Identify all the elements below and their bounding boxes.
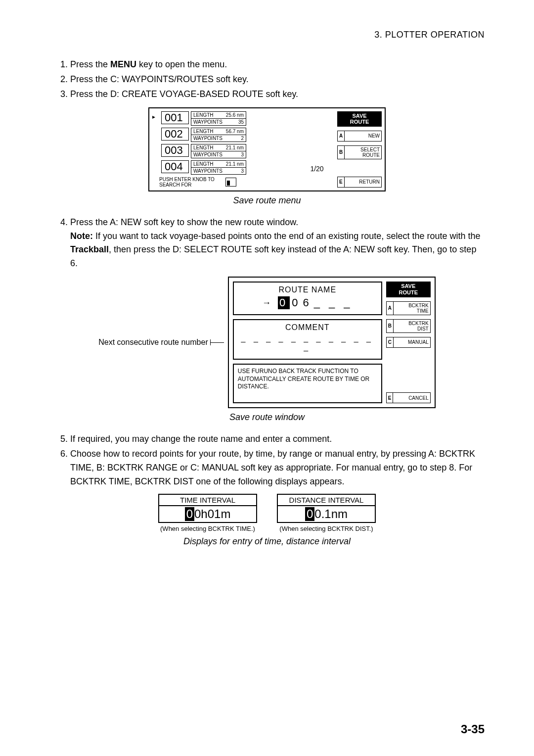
search-input[interactable] xyxy=(225,178,236,187)
note-text-2: , then press the D: SELECT ROUTE soft ke… xyxy=(70,244,476,268)
softkey-label: BCKTRKDIST xyxy=(394,320,430,332)
figure-caption: Displays for entry of time, distance int… xyxy=(49,536,485,547)
length-value: 21.1 nm xyxy=(226,161,244,167)
softkey-label: BCKTRKTIME xyxy=(394,302,430,315)
panel-title: SAVE ROUTE xyxy=(386,282,431,297)
time-interval-note: (When selecting BCKTRK TIME.) xyxy=(160,525,255,532)
time-val-rest: 0h01m xyxy=(194,507,230,520)
step-6: Choose how to record points for your rou… xyxy=(70,447,485,489)
figure-caption: Save route menu xyxy=(49,195,485,206)
step-1-a: Press the xyxy=(70,59,110,69)
step-3: Press the D: CREATE VOYAGE-BASED ROUTE s… xyxy=(70,88,485,101)
step-4-text: Press the A: NEW soft key to show the ne… xyxy=(70,217,298,227)
distance-interval-value[interactable]: 00.1nm xyxy=(277,505,376,523)
softkey-label: NEW xyxy=(345,131,381,141)
step-5: If required, you may change the route na… xyxy=(70,432,485,446)
route-entry[interactable]: 002 LENGTH56.7 nm WAYPOINTS2 xyxy=(152,128,297,142)
selection-arrow-icon xyxy=(152,160,159,175)
annotation-next-route-number: Next consecutive route number xyxy=(98,338,223,347)
cursor-icon xyxy=(227,181,230,186)
save-route-window-screen: ROUTE NAME → 0 0 6 _ _ _ COMMENT _ _ _ _… xyxy=(228,277,436,408)
step-4: Press the A: NEW soft key to show the ne… xyxy=(70,216,485,271)
softkey-b-bcktrk-dist[interactable]: B BCKTRKDIST xyxy=(386,319,431,333)
softkey-column: SAVE ROUTE A NEW B SELECTROUTE E RETURN xyxy=(337,111,382,188)
length-value: 21.1 nm xyxy=(226,145,244,150)
softkey-e-cancel[interactable]: E CANCEL xyxy=(386,392,431,403)
softkey-key: C xyxy=(387,337,394,347)
length-value: 56.7 nm xyxy=(226,129,244,134)
distance-interval-note: (When selecting BCKTRK DIST.) xyxy=(279,525,373,532)
length-label: LENGTH xyxy=(193,129,214,134)
step-list-1: Press the MENU key to open the menu. Pre… xyxy=(49,58,485,101)
softkey-b-select-route[interactable]: B SELECTROUTE xyxy=(337,145,382,159)
cursor-char: 0 xyxy=(185,507,194,521)
trackball-word: Trackball xyxy=(70,244,109,254)
softkey-e-return[interactable]: E RETURN xyxy=(337,177,382,188)
digit: 0 xyxy=(292,296,301,309)
route-number: 004 xyxy=(161,160,189,173)
step-list-2: Press the A: NEW soft key to show the ne… xyxy=(49,216,485,271)
softkey-key: B xyxy=(387,320,394,332)
annotation-text: Next consecutive route number xyxy=(98,338,208,347)
selection-arrow-icon xyxy=(152,128,159,142)
route-stats: LENGTH21.1 nm WAYPOINTS3 xyxy=(191,144,246,158)
softkey-a-new[interactable]: A NEW xyxy=(337,131,382,142)
step-1: Press the MENU key to open the menu. xyxy=(70,58,485,72)
digit: 6 xyxy=(303,296,312,309)
length-label: LENGTH xyxy=(193,161,214,167)
comment-blanks: _ _ _ _ _ _ _ _ _ _ _ _ xyxy=(238,334,377,352)
figure-interval-displays: TIME INTERVAL 00h01m (When selecting BCK… xyxy=(49,494,485,532)
step-4-note: Note: If you want to tack voyage-based p… xyxy=(70,230,485,271)
softkey-key: A xyxy=(338,131,345,141)
waypoints-value: 3 xyxy=(241,168,244,174)
distance-interval-box: DISTANCE INTERVAL 00.1nm (When selecting… xyxy=(277,494,376,532)
figure-save-route-window: Next consecutive route number ROUTE NAME… xyxy=(49,277,485,408)
time-interval-value[interactable]: 00h01m xyxy=(158,505,257,523)
softkey-label: SELECTROUTE xyxy=(345,146,381,159)
softkey-key: E xyxy=(338,177,345,187)
waypoints-label: WAYPOINTS xyxy=(193,152,222,157)
annotation-line-icon xyxy=(210,342,224,343)
route-entry[interactable]: 003 LENGTH21.1 nm WAYPOINTS3 xyxy=(152,144,297,158)
figure-caption: Save route window xyxy=(49,412,485,423)
search-hint-text: PUSH ENTER KNOB TO SEARCH FOR xyxy=(159,177,223,188)
info-text: USE FURUNO BACK TRACK FUNCTION TO AUTOMA… xyxy=(233,364,382,403)
length-label: LENGTH xyxy=(193,112,214,118)
time-interval-label: TIME INTERVAL xyxy=(158,494,257,505)
route-name-label: ROUTE NAME xyxy=(238,285,377,294)
route-stats: LENGTH21.1 nm WAYPOINTS3 xyxy=(191,160,246,175)
distance-interval-label: DISTANCE INTERVAL xyxy=(277,494,376,505)
route-entry[interactable]: ▸ 001 LENGTH25.6 nm WAYPOINTS35 xyxy=(152,111,297,126)
route-stats: LENGTH25.6 nm WAYPOINTS35 xyxy=(191,111,246,126)
route-name-field[interactable]: ROUTE NAME → 0 0 6 _ _ _ xyxy=(233,282,382,315)
selection-arrow-icon: ▸ xyxy=(152,111,159,126)
figure-save-route-menu: ▸ 001 LENGTH25.6 nm WAYPOINTS35 002 xyxy=(49,107,485,191)
selection-arrow-icon xyxy=(152,144,159,158)
softkey-label: CANCEL xyxy=(393,393,430,403)
time-interval-box: TIME INTERVAL 00h01m (When selecting BCK… xyxy=(158,494,257,532)
arrow-right-icon: → xyxy=(262,298,274,308)
route-entry[interactable]: 004 LENGTH21.1 nm WAYPOINTS3 xyxy=(152,160,297,175)
route-number: 002 xyxy=(161,128,189,141)
route-number: 001 xyxy=(161,111,189,124)
route-stats: LENGTH56.7 nm WAYPOINTS2 xyxy=(191,128,246,142)
section-header: 3. PLOTTER OPERATION xyxy=(49,30,485,40)
softkey-key: B xyxy=(338,146,345,159)
comment-field[interactable]: COMMENT _ _ _ _ _ _ _ _ _ _ _ _ xyxy=(233,319,382,360)
dist-val-rest: 0.1nm xyxy=(314,507,348,520)
route-name-value: → 0 0 6 _ _ _ xyxy=(238,296,377,309)
note-text-1: If you want to tack voyage-based points … xyxy=(93,231,480,241)
save-route-menu-screen: ▸ 001 LENGTH25.6 nm WAYPOINTS35 002 xyxy=(148,107,386,191)
step-list-3: If required, you may change the route na… xyxy=(49,432,485,489)
softkey-key: E xyxy=(387,393,394,403)
waypoints-value: 35 xyxy=(238,119,244,125)
route-number: 003 xyxy=(161,144,189,157)
softkey-c-manual[interactable]: C MANUAL xyxy=(386,337,431,348)
page-number: 3-35 xyxy=(461,722,485,736)
softkey-label: RETURN xyxy=(345,177,381,187)
softkey-a-bcktrk-time[interactable]: A BCKTRKTIME xyxy=(386,301,431,315)
softkey-label: MANUAL xyxy=(394,337,430,347)
cursor-char: 0 xyxy=(278,296,290,309)
route-list-column: ▸ 001 LENGTH25.6 nm WAYPOINTS35 002 xyxy=(152,111,297,188)
blanks: _ _ _ xyxy=(314,296,353,309)
